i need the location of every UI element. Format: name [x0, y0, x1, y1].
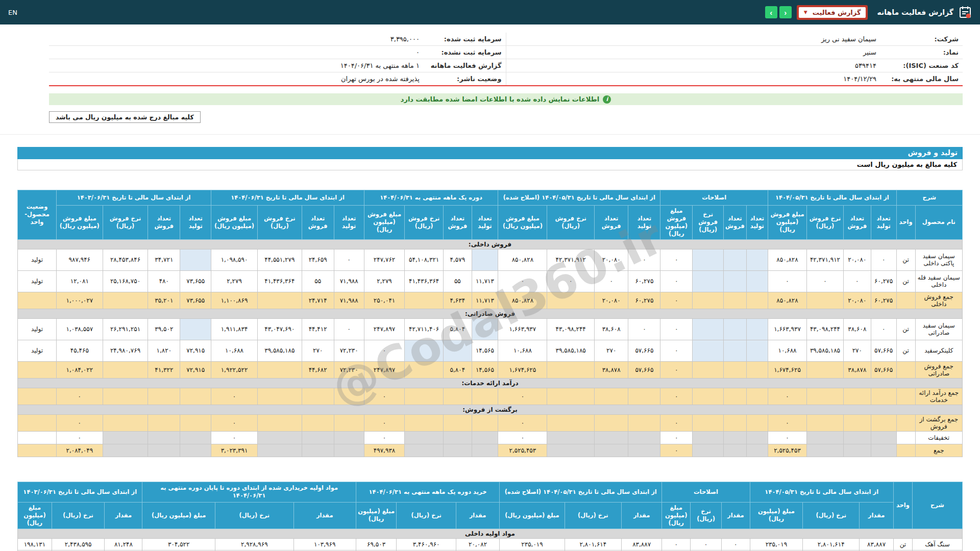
section-row: فروش داخلی:: [18, 239, 963, 249]
col-header: مبلغ فروش (میلیون ریال): [211, 206, 258, 240]
value-cell: [594, 444, 628, 457]
value-cell: ۲۴۷,۸۹۷: [364, 361, 405, 378]
value-cell: ۲۵۰,۰۴۱: [364, 292, 405, 309]
value-cell: ۰: [498, 270, 547, 292]
status-cell: [18, 361, 57, 378]
value-cell: [746, 340, 768, 361]
next-report-button[interactable]: ›: [779, 6, 792, 18]
value-cell: ۴,۵۷۹: [444, 249, 472, 270]
value-cell: ۰: [594, 270, 628, 292]
value-cell: [257, 444, 302, 457]
value-cell: ۱,۶۶۳,۹۳۷: [768, 318, 807, 340]
unit-cell: [896, 361, 915, 378]
value-cell: ۲۴,۹۸۰,۷۶۹: [103, 340, 148, 361]
value-cell: ۱,۰۳۸,۵۵۷: [57, 318, 103, 340]
value-cell: ۲,۸۰۱,۶۱۴: [803, 538, 860, 550]
value-cell: ۴۳,۰۹۸,۲۴۴: [547, 318, 594, 340]
value-cell: ۲۵,۱۶۸,۷۵۰: [103, 270, 148, 292]
value-cell: ۲۰,۰۸۰: [844, 292, 871, 309]
value-cell: ۱,۰۸۴,۰۲۲: [57, 361, 103, 378]
value-cell: [693, 388, 724, 405]
value-cell: ۴۳,۰۹۸,۲۴۴: [806, 318, 843, 340]
value-cell: ۲۰,۰۸۰: [844, 249, 871, 270]
status-cell: [18, 444, 57, 457]
status-cell: [18, 431, 57, 444]
value-cell: [693, 318, 724, 340]
value-cell: ۰: [806, 270, 843, 292]
value-cell: [844, 388, 871, 405]
value-cell: ۰: [690, 538, 721, 550]
symbol-value: سنیر: [506, 46, 880, 59]
registered-capital-label: سرمایه ثبت شده:: [424, 33, 506, 46]
header-product-name: نام محصول: [915, 206, 962, 240]
value-cell: ۴۲,۳۷۱,۹۱۲: [547, 249, 594, 270]
value-cell: ۷۱,۹۸۸: [334, 270, 364, 292]
language-toggle[interactable]: EN: [8, 9, 17, 16]
unit-cell: [896, 444, 915, 457]
value-cell: [180, 318, 211, 340]
units-note: کلیه مبالغ به میلیون ریال است: [17, 159, 963, 170]
value-cell: [444, 388, 472, 405]
value-cell: [302, 444, 334, 457]
value-cell: ۳,۰۲۳,۳۹۱: [211, 444, 258, 457]
value-cell: ۱,۰۹۸,۵۹۰: [211, 249, 258, 270]
value-cell: ۰: [768, 388, 807, 405]
value-cell: ۳۰۴,۵۲۲: [142, 538, 215, 550]
product-name: سیمان سفید پاکتی داخلی: [915, 249, 962, 270]
value-cell: ۱,۶۷۴,۶۲۵: [498, 361, 547, 378]
header-description: شرح: [896, 190, 962, 206]
section-row: درآمد ارائه خدمات:: [18, 378, 963, 388]
value-cell: [405, 444, 444, 457]
value-cell: ۲,۰۸۴,۰۴۹: [57, 444, 103, 457]
col-header: نرخ فروش (ریال): [693, 206, 724, 240]
product-name: سیمان سفید صادراتی: [915, 318, 962, 340]
info-row: سال مالی منتهی به: ۱۴۰۴/۱۲/۲۹ وضعیت ناشر…: [49, 72, 963, 86]
value-cell: [806, 431, 843, 444]
value-cell: [405, 292, 444, 309]
value-cell: ۹۸۷,۹۴۶: [57, 249, 103, 270]
value-cell: [148, 444, 180, 457]
value-cell: [103, 444, 148, 457]
value-cell: ۰: [211, 414, 258, 431]
value-cell: ۲۳۵,۰۱۹: [750, 538, 803, 550]
value-cell: [628, 444, 660, 457]
product-name: سیمان سفید فله داخلی: [915, 270, 962, 292]
value-cell: ۲۰,۰۸۰: [594, 292, 628, 309]
value-cell: [180, 388, 211, 405]
report-type-dropdown[interactable]: گزارش فعالیت ▼: [797, 5, 868, 20]
value-cell: ۱۲,۰۸۱: [57, 270, 103, 292]
value-cell: ۰: [660, 388, 693, 405]
value-cell: ۲۸,۴۵۳,۸۴۶: [103, 249, 148, 270]
value-cell: [257, 361, 302, 378]
value-cell: [257, 431, 302, 444]
col-header: نرخ فروش (ریال): [103, 206, 148, 240]
product-name: تخفیفات: [915, 431, 962, 444]
company-name-link[interactable]: سیمان سفید نی ریز: [506, 33, 880, 46]
value-cell: [871, 444, 896, 457]
value-cell: ۱۰,۶۸۸: [498, 340, 547, 361]
value-cell: [594, 388, 628, 405]
group-header-5: از ابتدای سال مالی تا تاریخ ۱۴۰۳/۰۶/۳۱: [18, 482, 142, 502]
info-icon: i: [603, 95, 611, 104]
value-cell: ۴۹۷,۹۳۸: [364, 444, 405, 457]
info-row: نماد: سنیر سرمایه ثبت نشده: ۰: [49, 46, 963, 59]
report-pager: ‹ ›: [765, 6, 792, 18]
topbar: گزارش فعالیت ماهانه گزارش فعالیت ▼ ‹ › E…: [0, 0, 980, 24]
value-cell: ۵۷,۶۶۵: [628, 361, 660, 378]
col-header: مبلغ (میلیون ریال): [500, 502, 565, 529]
prev-report-button[interactable]: ‹: [765, 6, 777, 18]
value-cell: [693, 361, 724, 378]
col-header: تعداد فروش: [724, 206, 746, 240]
value-cell: [746, 388, 768, 405]
value-cell: [302, 388, 334, 405]
value-cell: ۲۶,۲۹۱,۲۵۱: [103, 318, 148, 340]
col-header: تعداد فروش: [444, 206, 472, 240]
signed-data-text: اطلاعات نمایش داده شده با اطلاعات امضا ش…: [401, 95, 600, 103]
unit-cell: [896, 431, 915, 444]
value-cell: ۰: [660, 414, 693, 431]
product-name: جمع فروش صادراتی: [915, 361, 962, 378]
value-cell: ۰: [660, 270, 693, 292]
value-cell: [844, 431, 871, 444]
report-period-label: گزارش فعالیت ماهانه: [424, 59, 506, 72]
table-row: سنگ آهکتن۸۳,۸۸۷۲,۸۰۱,۶۱۴۲۳۵,۰۱۹۰۰۰۸۳,۸۸۷…: [18, 538, 963, 550]
